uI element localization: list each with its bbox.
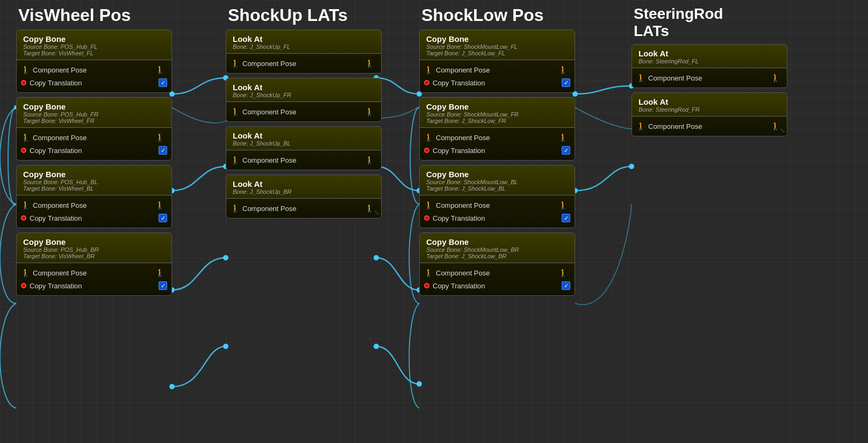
- label-cp-slbr: Component Pose: [436, 269, 490, 277]
- pin-person-right-sufl: 🚶: [365, 59, 374, 68]
- group-viswheel-title: VisWheel Pos: [16, 5, 172, 25]
- node-row-cp-sufr: 🚶 Component Pose 🚶: [226, 105, 381, 118]
- pin-person-right-slbl: 🚶: [558, 201, 567, 209]
- pin-person-icon-slbr: 🚶: [424, 268, 433, 277]
- label-component-pose-2: Component Pose: [33, 134, 87, 142]
- node-subtitle-bone-sufr: Bone: J_ShockUp_FR: [233, 92, 375, 98]
- label-ct-slbr: Copy Translation: [433, 282, 558, 290]
- svg-point-16: [417, 381, 422, 387]
- group-shocklow-title: ShockLow Pos: [419, 5, 575, 25]
- pin-red-circle-3: [21, 215, 26, 221]
- pin-red-slfr: [424, 148, 429, 153]
- checkbox-copy-translation-4[interactable]: ✓: [159, 281, 167, 290]
- node-row-cp-srfr: 🚶 Component Pose 🚶: [632, 120, 787, 133]
- node-row-copy-translation-3: Copy Translation ✓: [17, 212, 171, 224]
- pin-red-circle: [21, 80, 26, 85]
- group-steeringrod: SteeringRodLATs Look At Bone: SteeringRo…: [632, 5, 787, 136]
- pin-person-icon-slbl: 🚶: [424, 201, 433, 209]
- node-shockup-bl: Look At Bone: J_ShockUp_BL 🚶 Component P…: [226, 126, 382, 170]
- node-shocklow-bl: Copy Bone Source Bone: ShockMountLow_BL …: [419, 165, 575, 228]
- pin-person-icon-slfl: 🚶: [424, 66, 433, 74]
- node-header-copybone-bl: Copy Bone Source Bone: POS_Hub_BL Target…: [17, 165, 171, 195]
- node-steeringrod-fr: Look At Bone: SteeringRod_FR 🚶 Component…: [632, 92, 787, 136]
- node-header-copybone-fr: Copy Bone Source Bone: POS_Hub_FR Target…: [17, 98, 171, 128]
- node-subtitle-bone-srfr: Bone: SteeringRod_FR: [639, 106, 780, 113]
- node-shocklow-fr: Copy Bone Source Bone: ShockMountLow_FR …: [419, 97, 575, 161]
- node-subtitle-src-slfr: Source Bone: ShockMountLow_FR: [426, 111, 568, 118]
- node-steeringrod-fl: Look At Bone: SteeringRod_FL 🚶 Component…: [632, 44, 787, 88]
- pin-person-right-srfr: 🚶: [771, 122, 779, 130]
- node-header-lookat-srfr: Look At Bone: SteeringRod_FR: [632, 93, 787, 117]
- node-viswheel-br: Copy Bone Source Bone: POS_Hub_BR Target…: [16, 233, 172, 296]
- node-subtitle-bone-subr: Bone: J_ShockUp_BR: [233, 188, 375, 195]
- node-header-lookat-sufr: Look At Bone: J_ShockUp_FR: [226, 78, 381, 102]
- node-row-copy-translation-4: Copy Translation ✓: [17, 279, 171, 292]
- label-ct-slfr: Copy Translation: [433, 147, 558, 155]
- pin-person-icon: 🚶: [21, 66, 30, 74]
- node-row-cp-subr: 🚶 Component Pose 🚶: [226, 202, 381, 215]
- node-subtitle-bone-subl: Bone: J_ShockUp_BL: [233, 140, 375, 147]
- node-header-lookat-subl: Look At Bone: J_ShockUp_BL: [226, 127, 381, 150]
- node-row-cp-subl: 🚶 Component Pose 🚶: [226, 154, 381, 166]
- label-cp-srfl: Component Pose: [648, 74, 702, 82]
- resize-handle-steeringrod[interactable]: ⤡: [780, 127, 785, 134]
- node-subtitle-src-br: Source Bone: POS_Hub_BR: [23, 246, 165, 253]
- node-row-component-pose: 🚶 Component Pose 🚶: [17, 63, 171, 76]
- node-viswheel-fr: Copy Bone Source Bone: POS_Hub_FR Target…: [16, 97, 172, 161]
- label-cp-subr: Component Pose: [242, 205, 296, 213]
- svg-point-6: [223, 255, 228, 260]
- node-row-ct-slbr: Copy Translation ✓: [420, 279, 575, 292]
- node-subtitle-src-slbl: Source Bone: ShockMountLow_BL: [426, 179, 568, 185]
- node-row-component-pose-4: 🚶 Component Pose 🚶: [17, 266, 171, 279]
- pin-red-circle-4: [21, 283, 26, 288]
- node-subtitle-bone-sufl: Bone: J_ShockUp_FL: [233, 43, 375, 50]
- node-subtitle-src-bl: Source Bone: POS_Hub_BL: [23, 179, 165, 185]
- svg-point-20: [629, 164, 634, 169]
- pin-person-icon-subr: 🚶: [231, 204, 239, 213]
- pin-person-right-sufr: 🚶: [365, 107, 374, 116]
- group-viswheel: VisWheel Pos Copy Bone Source Bone: POS_…: [16, 5, 172, 296]
- checkbox-ct-slfl[interactable]: ✓: [562, 78, 570, 87]
- node-row-cp-slfl: 🚶 Component Pose 🚶: [420, 63, 575, 76]
- node-subtitle-tgt-bl: Target Bone: VisWheel_BL: [23, 185, 165, 192]
- pin-person-icon-slfr: 🚶: [424, 133, 433, 142]
- label-cp-sufr: Component Pose: [242, 108, 296, 116]
- node-shocklow-fl: Copy Bone Source Bone: ShockMountLow_FL …: [419, 30, 575, 93]
- label-component-pose-3: Component Pose: [33, 201, 87, 209]
- node-row-cp-slfr: 🚶 Component Pose 🚶: [420, 131, 575, 144]
- group-shockup: ShockUp LATs Look At Bone: J_ShockUp_FL …: [226, 5, 382, 219]
- node-row-component-pose-3: 🚶 Component Pose 🚶: [17, 199, 171, 212]
- pin-person-icon-srfr: 🚶: [636, 122, 645, 130]
- node-subtitle-src-slbr: Source Bone: ShockMountLow_BR: [426, 246, 568, 253]
- node-shockup-fl: Look At Bone: J_ShockUp_FL 🚶 Component P…: [226, 30, 382, 74]
- node-viswheel-bl: Copy Bone Source Bone: POS_Hub_BL Target…: [16, 165, 172, 228]
- pin-person-icon-3: 🚶: [21, 201, 30, 209]
- checkbox-copy-translation-3[interactable]: ✓: [159, 214, 167, 222]
- pin-person-right-icon-3: 🚶: [155, 201, 164, 209]
- group-shocklow: ShockLow Pos Copy Bone Source Bone: Shoc…: [419, 5, 575, 296]
- node-subtitle-tgt-br: Target Bone: VisWheel_BR: [23, 253, 165, 259]
- checkbox-ct-slbr[interactable]: ✓: [562, 281, 570, 290]
- node-subtitle-tgt-slfl: Target Bone: J_ShockLow_FL: [426, 50, 568, 56]
- svg-point-8: [223, 344, 228, 349]
- label-cp-slfl: Component Pose: [436, 66, 490, 74]
- label-copy-translation: Copy Translation: [30, 79, 155, 87]
- label-cp-sufl: Component Pose: [242, 60, 296, 68]
- label-cp-srfr: Component Pose: [648, 122, 702, 130]
- node-header-lookat-srfl: Look At Bone: SteeringRod_FL: [632, 45, 787, 68]
- checkbox-copy-translation[interactable]: ✓: [159, 78, 167, 87]
- node-row-cp-slbr: 🚶 Component Pose 🚶: [420, 266, 575, 279]
- pin-person-right-subl: 🚶: [365, 156, 374, 164]
- label-ct-slfl: Copy Translation: [433, 79, 558, 87]
- node-shockup-br: Look At Bone: J_ShockUp_BR 🚶 Component P…: [226, 175, 382, 219]
- checkbox-copy-translation-2[interactable]: ✓: [159, 146, 167, 155]
- label-component-pose-4: Component Pose: [33, 269, 87, 277]
- node-subtitle-src-slfl: Source Bone: ShockMountLow_FL: [426, 43, 568, 50]
- label-copy-translation-2: Copy Translation: [30, 147, 155, 155]
- checkbox-ct-slbl[interactable]: ✓: [562, 214, 570, 222]
- resize-handle-shockup[interactable]: ⤡: [374, 209, 379, 216]
- checkbox-ct-slfr[interactable]: ✓: [562, 146, 570, 155]
- node-header-cb-slfl: Copy Bone Source Bone: ShockMountLow_FL …: [420, 30, 575, 60]
- node-subtitle-bone-srfl: Bone: SteeringRod_FL: [639, 58, 780, 64]
- node-row-ct-slfr: Copy Translation ✓: [420, 144, 575, 157]
